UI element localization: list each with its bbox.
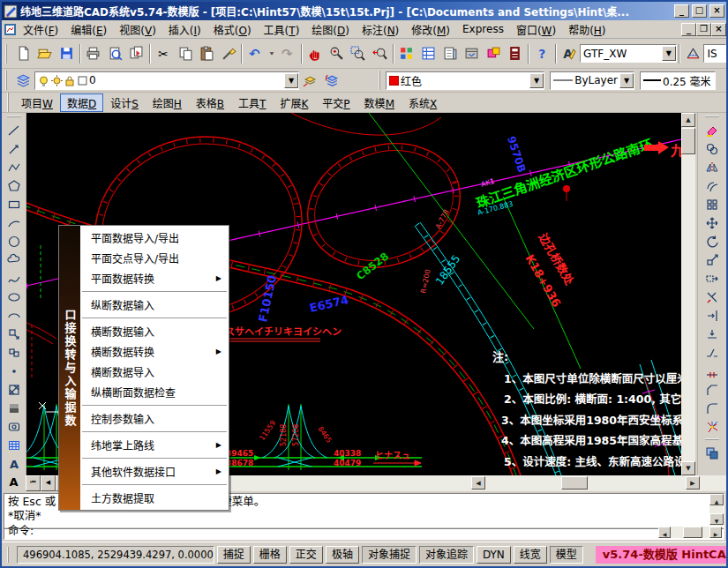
polyline-button[interactable]: [4, 158, 25, 176]
menu-item-plane-pi-io[interactable]: 平面交点导入/导出: [80, 248, 229, 268]
help-button[interactable]: ?: [531, 42, 553, 64]
arc-button[interactable]: [4, 213, 25, 232]
match-properties-button[interactable]: [218, 42, 240, 64]
doc-restore-button[interactable]: ❐: [696, 23, 711, 36]
plot-preview-button[interactable]: [104, 42, 126, 64]
menu-item-palm-route[interactable]: 纬地掌上路线▶: [80, 435, 229, 455]
menu-design[interactable]: 设计S: [103, 93, 146, 112]
make-block-button[interactable]: [4, 343, 25, 362]
color-combo[interactable]: 红色 ▼: [386, 71, 544, 90]
polar-toggle[interactable]: 极轴: [326, 546, 359, 564]
command-splitter[interactable]: [4, 527, 724, 529]
extend-button[interactable]: [702, 306, 723, 325]
doc-close-button[interactable]: ×: [711, 23, 726, 36]
stretch-button[interactable]: [702, 269, 723, 288]
menu-item-other-software[interactable]: 其他软件数据接口▶: [80, 461, 229, 482]
hatch-button[interactable]: [4, 380, 25, 399]
close-button[interactable]: ×: [709, 4, 724, 18]
grid-toggle[interactable]: 栅格: [253, 546, 287, 564]
menu-express[interactable]: Express: [456, 21, 510, 37]
copy-object-button[interactable]: [702, 139, 723, 158]
designcenter-button[interactable]: [417, 42, 439, 64]
menu-window[interactable]: 窗口(W): [510, 20, 562, 39]
horizontal-scrollbar[interactable]: ◀ ▶: [180, 475, 726, 491]
mtext-button[interactable]: A: [4, 454, 25, 473]
save-button[interactable]: [56, 42, 78, 64]
point-button[interactable]: [4, 362, 25, 380]
gradient-button[interactable]: [4, 399, 25, 417]
toolbar-grip[interactable]: [705, 116, 719, 119]
toolbar-grip[interactable]: [705, 438, 719, 442]
sheetset-button[interactable]: [461, 42, 483, 64]
vscroll-thumb[interactable]: [681, 128, 695, 154]
zoom-previous-button[interactable]: [369, 42, 391, 64]
menu-tools[interactable]: 工具(T): [258, 20, 306, 39]
table-button[interactable]: [4, 436, 25, 454]
toolbar-grip[interactable]: [5, 71, 10, 90]
vertical-scrollbar[interactable]: ▲ ▼: [681, 113, 695, 475]
zoom-realtime-button[interactable]: [326, 42, 348, 64]
cut-button[interactable]: ✂: [153, 42, 175, 64]
scroll-right-button[interactable]: ▶: [709, 527, 722, 538]
new-button[interactable]: [12, 42, 34, 64]
menu-insert[interactable]: 插入(I): [162, 20, 207, 39]
layer-previous-button[interactable]: [321, 70, 343, 92]
menu-data[interactable]: 数据D: [60, 93, 103, 112]
circle-button[interactable]: [4, 232, 25, 250]
menu-plot2[interactable]: 绘图H: [146, 93, 189, 112]
dyn-toggle[interactable]: DYN: [477, 546, 511, 564]
menu-item-control-params[interactable]: 控制参数输入: [80, 408, 229, 429]
menu-item-section-check[interactable]: 纵横断面数据检查: [80, 382, 229, 402]
mirror-button[interactable]: [702, 158, 723, 176]
zoom-window-button[interactable]: [348, 42, 370, 64]
menu-draw[interactable]: 绘图(D): [305, 20, 356, 39]
join-button[interactable]: [702, 362, 723, 380]
dim-style-combo[interactable]: IS: [703, 44, 726, 63]
toolbar-grip[interactable]: [7, 93, 11, 112]
trim-button[interactable]: [702, 288, 723, 306]
dropdown-arrow-icon[interactable]: ▼: [619, 73, 634, 88]
offset-button[interactable]: [702, 176, 723, 195]
menu-view[interactable]: 视图(V): [113, 20, 162, 39]
chamfer-button[interactable]: [702, 380, 723, 399]
menu-dtm[interactable]: 数模M: [357, 93, 402, 112]
revcloud-button[interactable]: [4, 250, 25, 269]
move-button[interactable]: [702, 213, 723, 232]
spline-button[interactable]: [4, 269, 25, 288]
properties-button[interactable]: [396, 42, 418, 64]
ellipse-button[interactable]: [4, 288, 25, 306]
scroll-left-button[interactable]: ◀: [658, 527, 671, 538]
scroll-down-button[interactable]: ▼: [709, 513, 724, 525]
toolbar-grip[interactable]: [5, 44, 10, 64]
menu-file[interactable]: 文件(F): [17, 20, 64, 39]
dropdown-arrow-icon[interactable]: ▼: [662, 46, 676, 61]
bulb-icon[interactable]: [38, 75, 49, 86]
undo-button[interactable]: ↶: [244, 42, 266, 64]
ray-button[interactable]: [4, 139, 25, 158]
menu-modify[interactable]: 修改(M): [405, 20, 456, 39]
menu-format[interactable]: 格式(O): [207, 20, 258, 39]
menu-intersection[interactable]: 平交P: [315, 93, 356, 112]
lock-icon[interactable]: [64, 75, 76, 86]
text-style-button[interactable]: A: [559, 42, 581, 64]
menu-item-xsection-convert[interactable]: 横断数据转换▶: [80, 341, 229, 362]
calculator-button[interactable]: [504, 42, 526, 64]
scroll-down-button[interactable]: ▼: [681, 461, 695, 475]
minimize-button[interactable]: _: [674, 4, 689, 18]
open-button[interactable]: [34, 42, 56, 64]
menu-edit[interactable]: 编辑(E): [64, 20, 113, 39]
region-button[interactable]: [4, 417, 25, 436]
menu-item-profile-input[interactable]: 纵断数据输入: [80, 295, 229, 315]
menu-item-xsection-input[interactable]: 横断数据输入: [80, 321, 229, 341]
lineweight-combo[interactable]: 0.25 毫米: [640, 71, 716, 90]
command-prompt[interactable]: 命令:: [8, 521, 34, 538]
menu-project[interactable]: 项目W: [14, 93, 60, 112]
model-toggle[interactable]: 模型: [550, 546, 583, 564]
copy-button[interactable]: [175, 42, 197, 64]
line-button[interactable]: [4, 121, 25, 139]
make-object-layer-button[interactable]: [299, 70, 321, 92]
break-point-button[interactable]: [702, 325, 723, 343]
blockeditor-button[interactable]: [483, 42, 505, 64]
linetype-combo[interactable]: ByLayer ▼: [550, 71, 634, 90]
undo-dropdown-button[interactable]: [266, 42, 277, 64]
